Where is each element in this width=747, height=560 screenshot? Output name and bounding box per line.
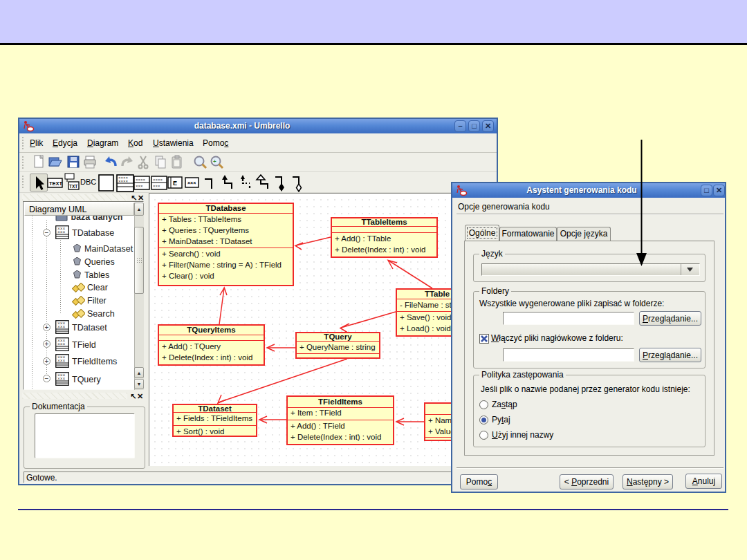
svg-text:×××: ×××	[187, 180, 196, 185]
svg-text:E: E	[173, 180, 177, 187]
svg-text:TEXT: TEXT	[49, 180, 63, 187]
svg-text:TXT: TXT	[69, 184, 77, 189]
svg-text:×××: ×××	[57, 324, 66, 329]
svg-text:×××: ×××	[57, 230, 66, 234]
svg-text:××××: ××××	[118, 179, 129, 183]
svg-text:×××: ×××	[153, 184, 160, 188]
svg-text:+: +	[213, 158, 216, 165]
svg-text:×××: ×××	[57, 358, 66, 363]
svg-text:×××: ×××	[57, 342, 66, 346]
svg-text:××××: ××××	[136, 178, 146, 182]
svg-text:××××: ××××	[153, 178, 163, 182]
svg-text:×××: ×××	[136, 184, 143, 188]
svg-text:×××: ×××	[57, 376, 66, 381]
